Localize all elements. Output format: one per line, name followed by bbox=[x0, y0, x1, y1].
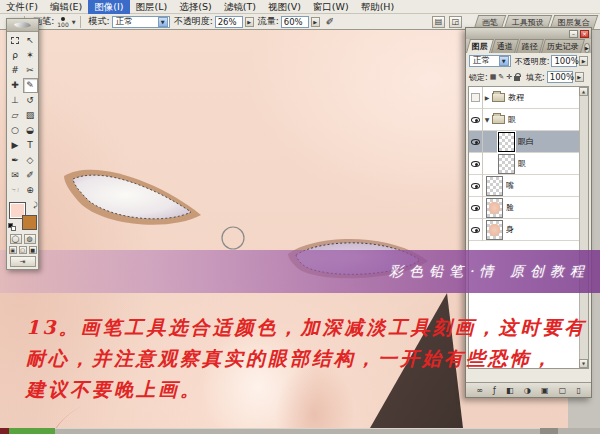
menu-help[interactable]: 帮助(H) bbox=[355, 0, 401, 14]
dodge-tool[interactable]: ◒ bbox=[23, 123, 38, 138]
hand-tool[interactable]: ☜ bbox=[8, 183, 23, 198]
layer-row[interactable]: 嘴 bbox=[469, 175, 588, 197]
menu-window[interactable]: 窗口(W) bbox=[307, 0, 355, 14]
adjustment-layer-icon[interactable]: ◑ bbox=[524, 386, 531, 395]
full-screen-menubar-button[interactable]: ▢ bbox=[19, 246, 27, 254]
tab-paths[interactable]: 路径 bbox=[516, 39, 544, 53]
quick-mask-mode-button[interactable]: ◍ bbox=[24, 234, 36, 244]
layer-thumbnail[interactable] bbox=[498, 132, 515, 152]
default-colors-button[interactable] bbox=[8, 223, 16, 231]
minimize-button[interactable]: – bbox=[569, 30, 578, 38]
fill-input[interactable]: 100% bbox=[547, 71, 573, 83]
chevron-down-icon[interactable]: ▼ bbox=[72, 19, 76, 25]
blend-mode-select[interactable]: 正常 ▼ bbox=[112, 16, 170, 28]
gradient-tool[interactable]: ▨ bbox=[23, 108, 38, 123]
lock-paint-icon[interactable]: ✎ bbox=[498, 73, 504, 81]
standard-screen-button[interactable]: ▣ bbox=[9, 246, 17, 254]
layer-mask-icon[interactable]: ◧ bbox=[506, 386, 514, 395]
rectangular-marquee-tool[interactable] bbox=[8, 33, 23, 48]
menu-image[interactable]: 图像(I) bbox=[88, 0, 129, 14]
blur-tool[interactable]: ○ bbox=[8, 123, 23, 138]
file-browser-button[interactable]: ▤ bbox=[432, 16, 445, 28]
lock-transparency-icon[interactable]: ▦ bbox=[490, 73, 497, 81]
swap-colors-icon[interactable]: ⤸ bbox=[33, 201, 37, 209]
layer-row[interactable]: 眼 bbox=[469, 153, 588, 175]
visibility-toggle[interactable] bbox=[469, 87, 483, 109]
lock-position-icon[interactable]: ✛ bbox=[506, 73, 512, 81]
delete-layer-icon[interactable]: ▯ bbox=[576, 386, 580, 395]
clone-stamp-tool[interactable]: ⊥ bbox=[8, 93, 23, 108]
menu-select[interactable]: 选择(S) bbox=[173, 0, 217, 14]
layer-thumbnail[interactable] bbox=[486, 176, 503, 196]
new-layer-icon[interactable]: ▢ bbox=[559, 386, 567, 395]
scrollbar[interactable]: ▲ ▼ bbox=[579, 87, 588, 368]
layer-row[interactable]: 脸 bbox=[469, 197, 588, 219]
type-tool[interactable]: T bbox=[23, 138, 38, 153]
visibility-toggle[interactable] bbox=[469, 109, 483, 131]
visibility-toggle[interactable] bbox=[469, 175, 483, 197]
visibility-toggle[interactable] bbox=[469, 219, 483, 241]
visibility-toggle[interactable] bbox=[469, 131, 483, 153]
menu-file[interactable]: 文件(F) bbox=[0, 0, 44, 14]
layer-thumbnail[interactable] bbox=[486, 220, 503, 240]
scroll-down-icon[interactable]: ▼ bbox=[579, 359, 588, 368]
flow-input[interactable]: 60% bbox=[281, 16, 309, 28]
menu-filter[interactable]: 滤镜(T) bbox=[218, 0, 262, 14]
lasso-tool[interactable]: ρ bbox=[8, 48, 23, 63]
slice-tool[interactable]: ✂ bbox=[23, 63, 38, 78]
layer-thumbnail[interactable] bbox=[486, 198, 503, 218]
history-brush-tool[interactable]: ↺ bbox=[23, 93, 38, 108]
tab-layers[interactable]: 图层 bbox=[466, 39, 494, 53]
full-screen-button[interactable]: ■ bbox=[29, 246, 37, 254]
flow-slider-button[interactable]: ▶ bbox=[311, 17, 320, 27]
layer-row-group[interactable]: ▼ 眼 bbox=[469, 109, 588, 131]
menu-edit[interactable]: 编辑(E) bbox=[44, 0, 88, 14]
layer-row-group[interactable]: ▶ 教程 bbox=[469, 87, 588, 109]
eyedropper-tool[interactable]: ✐ bbox=[23, 168, 38, 183]
lock-all-icon[interactable] bbox=[514, 76, 520, 81]
palette-titlebar[interactable]: – × bbox=[466, 28, 591, 39]
brushes-palette-button[interactable]: ◲ bbox=[449, 16, 462, 28]
layer-row[interactable]: 眼白 bbox=[469, 131, 588, 153]
brush-preset-picker[interactable]: 100 bbox=[57, 17, 68, 27]
scroll-up-icon[interactable]: ▲ bbox=[579, 87, 588, 96]
new-group-icon[interactable]: ▣ bbox=[541, 386, 549, 395]
opacity-input[interactable]: 26% bbox=[215, 16, 243, 28]
standard-mode-button[interactable]: ◯ bbox=[10, 234, 22, 244]
layer-opacity-input[interactable]: 100% bbox=[551, 55, 577, 67]
path-selection-tool[interactable]: ▶ bbox=[8, 138, 23, 153]
layer-blend-mode-select[interactable]: 正常 ▼ bbox=[469, 55, 511, 67]
layer-style-icon[interactable]: ƒ bbox=[493, 386, 496, 395]
visibility-toggle[interactable] bbox=[469, 197, 483, 219]
link-layers-icon[interactable]: ∞ bbox=[476, 386, 483, 395]
fill-slider-button[interactable]: ▶ bbox=[575, 72, 584, 82]
expand-icon[interactable]: ▶ bbox=[483, 94, 491, 101]
shape-tool[interactable]: ◇ bbox=[23, 153, 38, 168]
tab-history[interactable]: 历史记录 bbox=[541, 39, 585, 53]
magic-wand-tool[interactable]: ✶ bbox=[23, 48, 38, 63]
palette-menu-icon[interactable]: ▶ bbox=[584, 43, 590, 53]
notes-tool[interactable]: ✉ bbox=[8, 168, 23, 183]
pen-tool[interactable]: ✒ bbox=[8, 153, 23, 168]
menu-view[interactable]: 视图(V) bbox=[262, 0, 307, 14]
crop-tool[interactable]: # bbox=[8, 63, 23, 78]
layer-opacity-slider-button[interactable]: ▶ bbox=[579, 56, 588, 66]
layer-row[interactable]: 身 bbox=[469, 219, 588, 241]
toolbox-titlebar[interactable] bbox=[7, 19, 38, 32]
tab-channels[interactable]: 通道 bbox=[491, 39, 519, 53]
fill-value: 100% bbox=[550, 72, 574, 82]
opacity-slider-button[interactable]: ▶ bbox=[245, 17, 254, 27]
healing-brush-tool[interactable]: ✚ bbox=[8, 78, 23, 93]
brush-tool[interactable]: ✎ bbox=[23, 78, 38, 93]
airbrush-toggle-icon[interactable]: ✐ bbox=[326, 16, 334, 27]
visibility-toggle[interactable] bbox=[469, 153, 483, 175]
close-icon[interactable]: × bbox=[580, 30, 589, 38]
collapse-icon[interactable]: ▼ bbox=[483, 116, 491, 123]
move-tool[interactable]: ↖ bbox=[23, 33, 38, 48]
zoom-tool[interactable]: ⊕ bbox=[23, 183, 38, 198]
background-color-swatch[interactable] bbox=[22, 215, 37, 230]
edit-in-imageready-button[interactable]: ⇥ bbox=[10, 256, 36, 267]
menu-layer[interactable]: 图层(L) bbox=[130, 0, 174, 14]
eraser-tool[interactable]: ▱ bbox=[8, 108, 23, 123]
layer-thumbnail[interactable] bbox=[498, 154, 515, 174]
